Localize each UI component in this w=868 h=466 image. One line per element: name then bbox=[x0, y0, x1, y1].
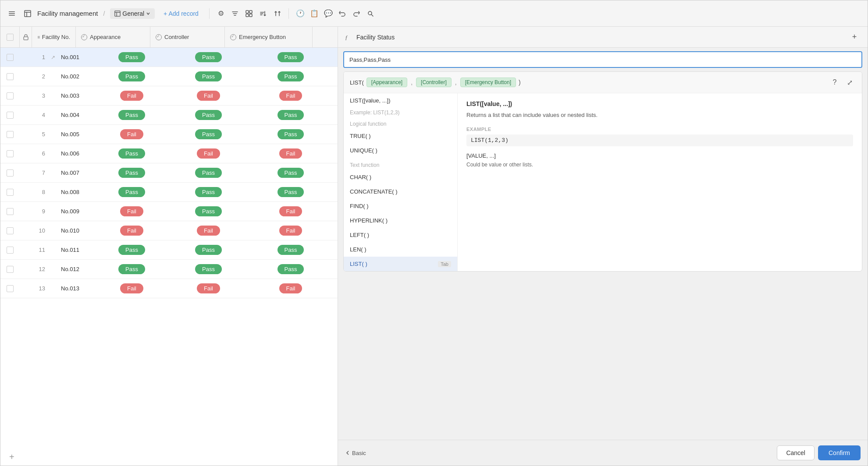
svg-rect-12 bbox=[249, 14, 252, 17]
row-checkbox[interactable] bbox=[0, 169, 20, 177]
table-row[interactable]: 4 ↗ No.004 Pass Pass Pass bbox=[0, 106, 338, 125]
row-facility: No.008 bbox=[58, 189, 93, 195]
confirm-button[interactable]: Confirm bbox=[818, 445, 861, 460]
comment-icon[interactable]: 💬 bbox=[322, 7, 334, 20]
svg-rect-0 bbox=[9, 11, 15, 12]
emergency-badge: Pass bbox=[277, 264, 304, 274]
row-emergency: Pass bbox=[247, 129, 334, 139]
dropdown-item-find[interactable]: FIND( ) bbox=[344, 199, 457, 213]
row-checkbox[interactable] bbox=[0, 285, 20, 292]
settings-icon[interactable]: ⚙ bbox=[215, 7, 227, 20]
search-wide-icon[interactable] bbox=[364, 7, 377, 20]
formula-tag-controller[interactable]: [Controller] bbox=[416, 78, 452, 87]
svg-line-14 bbox=[371, 14, 373, 16]
table-row[interactable]: 6 ↗ No.006 Pass Fail Fail bbox=[0, 144, 338, 163]
row-checkbox[interactable] bbox=[0, 92, 20, 99]
svg-rect-6 bbox=[115, 11, 120, 16]
table-row[interactable]: 8 ↗ No.008 Pass Pass Pass bbox=[0, 183, 338, 202]
svg-rect-3 bbox=[25, 11, 31, 17]
row-number: 8 bbox=[32, 189, 48, 195]
row-checkbox[interactable] bbox=[0, 54, 20, 61]
toolbar: Facility management / General + Add reco… bbox=[0, 0, 868, 27]
formula-bar-right: ? ⤢ bbox=[829, 76, 856, 88]
dropdown-item-hyperlink[interactable]: HYPERLINK( ) bbox=[344, 213, 457, 228]
row-controller: Pass bbox=[170, 264, 247, 274]
header-checkbox[interactable] bbox=[0, 27, 20, 47]
table-row[interactable]: 7 ↗ No.007 Pass Pass Pass bbox=[0, 163, 338, 183]
table-row[interactable]: 9 ↗ No.009 Fail Pass Fail bbox=[0, 202, 338, 221]
table-row[interactable]: 12 ↗ No.012 Pass Pass Pass bbox=[0, 260, 338, 279]
table-row[interactable]: 2 ↗ No.002 Pass Pass Pass bbox=[0, 67, 338, 86]
formula-tag-appearance[interactable]: [Appearance] bbox=[366, 78, 407, 87]
th-controller-label: Controller bbox=[164, 34, 189, 40]
back-button[interactable]: Basic bbox=[345, 450, 366, 456]
breadcrumb-separator: / bbox=[103, 10, 105, 17]
redo-icon[interactable] bbox=[350, 7, 363, 20]
row-controller: Fail bbox=[170, 91, 247, 101]
grid-view-icon[interactable] bbox=[243, 7, 255, 20]
dropdown-label-list-top: LIST([value, ...]) bbox=[350, 97, 390, 104]
row-checkbox[interactable] bbox=[0, 266, 20, 273]
row-facility: No.007 bbox=[58, 169, 93, 176]
row-number: 12 bbox=[32, 266, 48, 272]
formula-footer: Basic Cancel Confirm bbox=[338, 440, 868, 466]
dropdown-item-left[interactable]: LEFT( ) bbox=[344, 228, 457, 242]
row-checkbox[interactable] bbox=[0, 208, 20, 215]
dropdown-item-list-active[interactable]: LIST( ) Tab bbox=[344, 257, 457, 271]
table-row[interactable]: 1 ↗ No.001 Pass Pass Pass bbox=[0, 48, 338, 67]
collapse-sidebar-icon[interactable] bbox=[6, 7, 18, 20]
svg-rect-10 bbox=[249, 11, 252, 13]
row-checkbox[interactable] bbox=[0, 227, 20, 234]
table-row[interactable]: 3 ↗ No.003 Fail Fail Fail bbox=[0, 86, 338, 106]
cancel-button[interactable]: Cancel bbox=[777, 445, 815, 460]
history-icon[interactable]: 🕐 bbox=[294, 7, 306, 20]
add-column-button[interactable]: + bbox=[848, 31, 861, 43]
tab-general[interactable]: General bbox=[110, 8, 155, 19]
row-checkbox[interactable] bbox=[0, 112, 20, 119]
dropdown-item-true[interactable]: TRUE( ) bbox=[344, 129, 457, 143]
dropdown-item-len[interactable]: LEN( ) bbox=[344, 242, 457, 257]
emergency-badge: Fail bbox=[279, 226, 302, 236]
list-icon bbox=[37, 34, 40, 40]
formula-tag-emergency[interactable]: [Emergency Button] bbox=[460, 78, 516, 87]
expand-icon[interactable]: ⤢ bbox=[843, 76, 856, 88]
dropdown-item-char[interactable]: CHAR( ) bbox=[344, 170, 457, 184]
row-checkbox[interactable] bbox=[0, 131, 20, 138]
row-number: 7 bbox=[32, 169, 48, 176]
row-facility: No.001 bbox=[58, 54, 93, 60]
dropdown-item-list-top[interactable]: LIST([value, ...]) bbox=[344, 93, 457, 108]
formula-bar: LIST( [Appearance] , [Controller] , [Eme… bbox=[344, 72, 862, 93]
row-checkbox[interactable] bbox=[0, 150, 20, 157]
help-param-label: [VALUE, ...] bbox=[466, 152, 853, 159]
toolbar-left: Facility management / General + Add reco… bbox=[6, 7, 862, 20]
undo-icon[interactable] bbox=[336, 7, 349, 20]
section-text: Text function bbox=[344, 158, 457, 170]
table-row[interactable]: 10 ↗ No.010 Fail Fail Fail bbox=[0, 221, 338, 240]
row-checkbox[interactable] bbox=[0, 247, 20, 254]
appearance-badge: Pass bbox=[118, 52, 145, 62]
table-row[interactable]: 11 ↗ No.011 Pass Pass Pass bbox=[0, 240, 338, 260]
row-checkbox[interactable] bbox=[0, 73, 20, 80]
reorder-icon[interactable] bbox=[271, 7, 283, 20]
row-checkbox[interactable] bbox=[0, 189, 20, 196]
row-expand[interactable]: ↗ bbox=[48, 54, 58, 60]
select-all-checkbox[interactable] bbox=[7, 34, 14, 41]
dropdown-item-unique[interactable]: UNIQUE( ) bbox=[344, 143, 457, 158]
row-facility: No.002 bbox=[58, 73, 93, 80]
sort-icon[interactable] bbox=[257, 7, 269, 20]
row-facility: No.013 bbox=[58, 285, 93, 292]
add-record-button[interactable]: + Add record bbox=[158, 8, 204, 19]
right-panel: f Facility Status + Pass,Pass,Pass LIST(… bbox=[338, 27, 868, 466]
row-emergency: Pass bbox=[247, 264, 334, 274]
add-row-button[interactable]: + bbox=[0, 448, 338, 466]
help-example-code: LIST(1,2,3) bbox=[466, 134, 853, 146]
formula-input-box[interactable]: Pass,Pass,Pass bbox=[343, 51, 862, 68]
emergency-col-icon bbox=[230, 34, 236, 40]
row-emergency: Fail bbox=[247, 206, 334, 216]
table-row[interactable]: 13 ↗ No.013 Fail Fail Fail bbox=[0, 279, 338, 298]
help-icon[interactable]: ? bbox=[829, 76, 841, 88]
dropdown-item-concatenate[interactable]: CONCATENATE( ) bbox=[344, 184, 457, 199]
filter-icon[interactable] bbox=[229, 7, 241, 20]
clipboard-icon[interactable]: 📋 bbox=[308, 7, 320, 20]
table-row[interactable]: 5 ↗ No.005 Fail Pass Pass bbox=[0, 125, 338, 144]
